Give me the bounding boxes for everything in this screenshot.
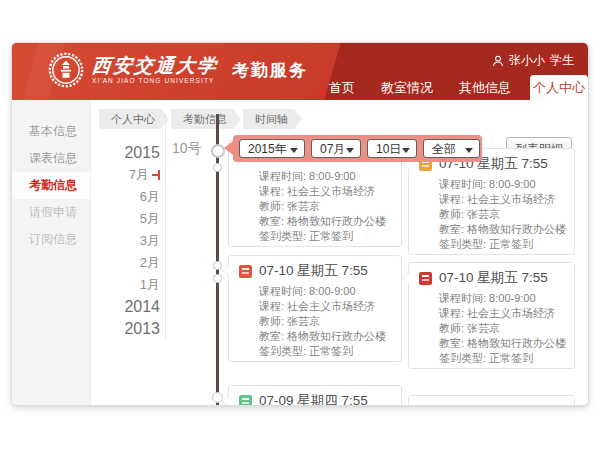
card-line-course: 课程: 社会主义市场经济: [419, 192, 564, 207]
timeline-year-2015[interactable]: 2015: [102, 142, 160, 164]
card-line-teacher: 教师: 张芸京: [239, 199, 391, 214]
card-body: 课程时间: 8:00-9:00 课程: 社会主义市场经济 教师: 张芸京 教室:…: [239, 284, 391, 359]
timeline-month-feb[interactable]: 2月: [102, 252, 160, 274]
main-nav: 首页 教室情况 其他信息 个人中心: [316, 74, 588, 100]
breadcrumb-timeline[interactable]: 时间轴: [243, 109, 302, 129]
user-menu[interactable]: 张小小 学生: [492, 52, 574, 69]
card-line-course: 课程: 社会主义市场经济: [419, 306, 564, 321]
sidebar-item-leave-request[interactable]: 请假申请: [12, 199, 90, 226]
card-header: 07-10 星期五 7:55: [419, 269, 564, 287]
attendance-status-icon: [239, 265, 252, 278]
attendance-card[interactable]: 07-09 星期四 7:55: [228, 385, 402, 405]
university-name: 西安交通大学 XI'AN JIAO TONG UNIVERSITY: [92, 56, 218, 85]
timeline-month-jan[interactable]: 1月: [102, 274, 160, 296]
content-area: 基本信息 课表信息 考勤信息 请假申请 订阅信息 个人中心 考勤信息 时间轴 2…: [12, 100, 588, 405]
card-line-course: 课程: 社会主义市场经济: [239, 184, 391, 199]
card-line-classroom: 教室: 格物致知行政办公楼: [239, 214, 391, 229]
filter-bubble: 2015年 07月 10日 全部: [233, 135, 482, 162]
card-body: 课程时间: 8:00-9:00 课程: 社会主义市场经济 教师: 张芸京 教室:…: [239, 169, 391, 244]
attendance-card[interactable]: 07-10 星期五 7:55 课程时间: 8:00-9:00 课程: 社会主义市…: [408, 262, 575, 369]
timeline-month-mar[interactable]: 3月: [102, 230, 160, 252]
timeline-year-2014[interactable]: 2014: [102, 296, 160, 318]
card-line-classroom: 教室: 格物致知行政办公楼: [419, 336, 564, 351]
card-body: 课程时间: 8:00-9:00 课程: 社会主义市场经济 教师: 张芸京 教室:…: [419, 177, 564, 252]
breadcrumb: 个人中心 考勤信息 时间轴: [99, 109, 304, 129]
timeline-year-2013[interactable]: 2013: [102, 318, 160, 340]
attendance-card[interactable]: [408, 395, 575, 405]
card-header: [419, 402, 564, 405]
user-icon: [492, 55, 504, 67]
card-line-classroom: 教室: 格物致知行政办公楼: [239, 329, 391, 344]
attendance-status-icon: [419, 272, 432, 285]
card-header: 07-09 星期四 7:55: [239, 392, 391, 405]
card-line-signin-type: 签到类型: 正常签到: [239, 229, 391, 244]
card-title: 07-10 星期五 7:55: [439, 269, 548, 287]
breadcrumb-attendance-info[interactable]: 考勤信息: [171, 109, 241, 129]
user-name: 张小小: [509, 52, 545, 69]
sidebar-item-schedule-info[interactable]: 课表信息: [12, 145, 90, 172]
day-select[interactable]: 10日: [367, 139, 417, 158]
app-header: 西安交通大学 XI'AN JIAO TONG UNIVERSITY 考勤服务 张…: [12, 43, 588, 100]
sidebar: 基本信息 课表信息 考勤信息 请假申请 订阅信息: [12, 100, 91, 405]
card-line-teacher: 教师: 张芸京: [419, 207, 564, 222]
timeline-month-jul[interactable]: 7月: [102, 164, 160, 186]
card-line-signin-type: 签到类型: 正常签到: [419, 351, 564, 366]
sidebar-item-subscription-info[interactable]: 订阅信息: [12, 226, 90, 253]
timeline-day-label-10: 10号: [172, 140, 202, 158]
timeline-node-small-3: [213, 274, 222, 283]
card-line-teacher: 教师: 张芸京: [239, 314, 391, 329]
attendance-card[interactable]: 07-10 星期五 7:55 课程时间: 8:00-9:00 课程: 社会主义市…: [408, 148, 575, 255]
card-line-classroom: 教室: 格物致知行政办公楼: [419, 222, 564, 237]
brand-block: 西安交通大学 XI'AN JIAO TONG UNIVERSITY 考勤服务: [48, 52, 308, 88]
filter-bubble-arrow: [224, 141, 233, 155]
nav-tab-home[interactable]: 首页: [316, 75, 368, 100]
card-line-signin-type: 签到类型: 正常签到: [239, 344, 391, 359]
breadcrumb-personal-center[interactable]: 个人中心: [99, 109, 169, 129]
card-body: 课程时间: 8:00-9:00 课程: 社会主义市场经济 教师: 张芸京 教室:…: [419, 291, 564, 366]
university-name-cn: 西安交通大学: [91, 56, 219, 75]
card-title: 07-09 星期四 7:55: [259, 392, 368, 405]
sidebar-item-basic-info[interactable]: 基本信息: [12, 118, 90, 145]
timeline-month-jun[interactable]: 6月: [102, 186, 160, 208]
card-line-teacher: 教师: 张芸京: [419, 321, 564, 336]
university-seal-icon: [48, 52, 84, 88]
month-select[interactable]: 07月: [311, 139, 361, 158]
timeline-node-day10: [211, 144, 225, 158]
card-line-course-time: 课程时间: 8:00-9:00: [239, 169, 391, 184]
type-select[interactable]: 全部: [423, 139, 480, 158]
timeline-month-may[interactable]: 5月: [102, 208, 160, 230]
card-title: 07-10 星期五 7:55: [259, 262, 368, 280]
app-title: 考勤服务: [232, 59, 308, 82]
nav-tab-classrooms[interactable]: 教室情况: [368, 75, 446, 100]
app-window: 西安交通大学 XI'AN JIAO TONG UNIVERSITY 考勤服务 张…: [12, 43, 588, 405]
card-line-course-time: 课程时间: 8:00-9:00: [239, 284, 391, 299]
university-name-en: XI'AN JIAO TONG UNIVERSITY: [92, 78, 218, 85]
year-month-separator: [165, 114, 166, 339]
user-role: 学生: [550, 52, 574, 69]
card-line-signin-type: 签到类型: 正常签到: [419, 237, 564, 252]
card-line-course-time: 课程时间: 8:00-9:00: [419, 291, 564, 306]
card-line-course-time: 课程时间: 8:00-9:00: [419, 177, 564, 192]
nav-tab-other-info[interactable]: 其他信息: [446, 75, 524, 100]
card-header: 07-10 星期五 7:55: [239, 262, 391, 280]
timeline-node-small-1: [213, 163, 222, 172]
timeline-node-small-2: [213, 261, 222, 270]
attendance-card[interactable]: 07-10 星期五 7:55 课程时间: 8:00-9:00 课程: 社会主义市…: [228, 255, 402, 362]
sidebar-item-attendance-info[interactable]: 考勤信息: [12, 172, 90, 199]
year-select[interactable]: 2015年: [239, 139, 305, 158]
timeline-year-month-nav: 2015 7月 6月 5月 3月 2月 1月 2014 2013: [102, 142, 160, 340]
attendance-status-icon: [239, 395, 252, 406]
nav-tab-personal-center[interactable]: 个人中心: [530, 75, 588, 100]
card-line-course: 课程: 社会主义市场经济: [239, 299, 391, 314]
